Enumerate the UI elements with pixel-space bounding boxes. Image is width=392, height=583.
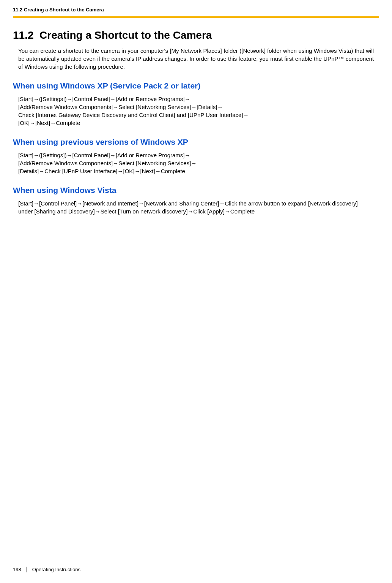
section-title-text: Creating a Shortcut to the Camera bbox=[39, 29, 212, 41]
subheading-vista: When using Windows Vista bbox=[13, 186, 374, 195]
subheading-xp-prev: When using previous versions of Windows … bbox=[13, 137, 374, 147]
section-number: 11.2 bbox=[13, 29, 34, 41]
doc-title: Operating Instructions bbox=[27, 567, 80, 572]
subheading-xp-sp2: When using Windows XP (Service Pack 2 or… bbox=[13, 81, 374, 90]
page-header-breadcrumb: 11.2 Creating a Shortcut to the Camera bbox=[0, 0, 392, 16]
page-number: 198 bbox=[13, 567, 27, 572]
body-xp-sp2: [Start]→([Settings])→[Control Panel]→[Ad… bbox=[18, 95, 374, 127]
section-intro: You can create a shortcut to the camera … bbox=[18, 47, 374, 71]
body-vista: [Start]→[Control Panel]→[Network and Int… bbox=[18, 199, 374, 215]
header-rule bbox=[13, 16, 379, 18]
page-footer: 198 Operating Instructions bbox=[13, 567, 80, 572]
section-title: 11.2 Creating a Shortcut to the Camera bbox=[13, 29, 374, 41]
main-content: 11.2 Creating a Shortcut to the Camera Y… bbox=[0, 29, 392, 215]
body-xp-prev: [Start]→([Settings])→[Control Panel]→[Ad… bbox=[18, 151, 374, 175]
